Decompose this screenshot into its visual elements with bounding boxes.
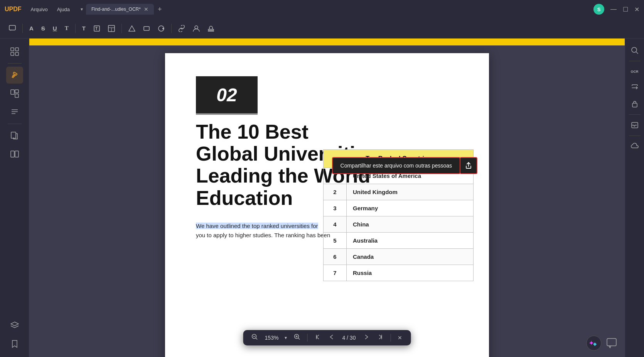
text-color-button[interactable]: T [62,23,71,34]
sidebar-thumbnails-icon[interactable] [6,43,23,60]
country-cell: Germany [347,200,474,216]
user-button[interactable] [190,23,202,34]
strikethrough-button[interactable]: S [39,23,48,34]
chapter-number: 02 [216,84,237,106]
close-button[interactable]: ✕ [634,6,639,13]
svg-rect-25 [15,151,19,157]
add-tab-button[interactable]: + [155,5,164,13]
tab-close-button[interactable]: ✕ [144,6,148,12]
table-row: 6Canada [324,249,474,265]
svg-rect-13 [15,48,19,51]
svg-rect-10 [208,29,214,30]
svg-rect-19 [15,94,19,97]
underline-button[interactable]: U [50,23,60,34]
toolbar-separator-4 [171,24,172,33]
zoom-in-button[interactable] [292,332,302,343]
svg-rect-39 [632,103,637,107]
user-avatar[interactable]: S [593,4,604,15]
sidebar-contents-icon[interactable] [6,104,23,121]
country-cell: China [347,216,474,233]
doc-page: 02 The 10 Best Global Universities Leadi… [165,53,489,357]
text-box2-button[interactable]: T [91,23,103,34]
menu-ajuda[interactable]: Ajuda [54,5,73,14]
inbox-button[interactable] [627,118,642,132]
chat-icon[interactable] [604,335,619,351]
share-tooltip: Compartilhar este arquivo com outras pes… [332,157,460,174]
svg-rect-14 [11,52,14,55]
search-sidebar-icon[interactable] [627,43,642,58]
yellow-banner-bar [29,39,625,45]
country-cell: Canada [347,249,474,265]
rank-cell: 6 [324,249,347,265]
main-layout: 02 The 10 Best Global Universities Leadi… [0,39,644,357]
svg-rect-17 [11,90,14,94]
stamp-button[interactable] [205,23,217,34]
text-box-button[interactable]: T [79,23,88,34]
secure-button[interactable] [627,97,642,111]
save-cloud-button[interactable] [627,139,642,154]
svg-text:T: T [95,27,98,31]
bottom-separator-1 [307,334,307,342]
next-page-button[interactable] [361,332,372,343]
svg-rect-24 [11,151,14,157]
sidebar-bookmark-icon[interactable] [6,335,23,352]
right-separator-3 [629,136,641,136]
maximize-button[interactable]: ☐ [623,6,628,13]
country-cell: Australia [347,233,474,249]
svg-rect-6 [144,27,149,30]
svg-line-30 [298,338,300,340]
right-separator-1 [629,61,641,61]
title-line4: Education [196,187,293,209]
share-tooltip-wrapper: Compartilhar este arquivo com outras pes… [332,157,477,174]
svg-text:◆: ◆ [593,341,597,347]
prev-page-button[interactable] [326,332,337,343]
svg-point-9 [195,26,198,29]
share-button[interactable] [460,157,477,174]
comment-tool-button[interactable] [6,23,19,34]
sidebar-highlight-icon[interactable] [6,67,23,84]
table-button[interactable] [105,23,118,34]
svg-rect-12 [11,48,14,51]
shape-triangle-button[interactable] [126,23,138,34]
sidebar-organize-icon[interactable] [6,85,23,102]
country-cell: United Kingdom [347,184,474,200]
close-toolbar-button[interactable]: ✕ [395,333,405,342]
pen-tool-button[interactable] [155,23,167,34]
menu-arquivo[interactable]: Arquivo [28,5,51,14]
tab-dropdown-button[interactable]: ▾ [79,6,84,13]
tab-area: ▾ Find-and-...udies_OCR* ✕ + [79,4,164,15]
rectangle-button[interactable] [140,23,153,34]
minimize-button[interactable]: — [610,6,617,13]
sidebar-separator-1 [8,63,22,64]
left-sidebar [0,39,29,357]
toolbar-separator-3 [121,24,122,33]
table-row: 4China [324,216,474,233]
link-button[interactable] [175,23,188,34]
convert-button[interactable] [627,80,642,95]
ocr-button[interactable]: OCR [627,64,642,79]
svg-rect-18 [15,90,19,93]
svg-point-37 [632,47,637,52]
toolbar-separator-2 [75,24,76,33]
svg-rect-23 [11,132,16,138]
bottom-toolbar: 153% ▾ 4 / 30 ✕ [243,330,411,345]
chapter-number-box: 02 [196,76,258,115]
svg-rect-36 [607,339,616,346]
ai-assistant-icon[interactable]: ✦◆ [586,335,602,351]
highlight-color-button[interactable]: A [27,23,36,34]
zoom-dropdown-button[interactable]: ▾ [283,334,288,341]
title-line1: The 10 Best [196,121,309,143]
tab-label: Find-and-...udies_OCR* [91,7,141,12]
sidebar-compare-icon[interactable] [6,146,23,163]
last-page-button[interactable] [375,332,386,343]
bottom-separator-2 [390,334,391,342]
active-tab[interactable]: Find-and-...udies_OCR* ✕ [86,4,154,15]
first-page-button[interactable] [312,332,323,343]
svg-rect-0 [9,25,15,30]
zoom-out-button[interactable] [250,332,260,343]
doc-scroll-area[interactable]: 02 The 10 Best Global Universities Leadi… [29,45,625,357]
sidebar-extract-icon[interactable] [6,127,23,144]
sidebar-layers-icon[interactable] [6,317,23,334]
rank-cell: 4 [324,216,347,233]
toolbar-separator-1 [22,24,23,33]
